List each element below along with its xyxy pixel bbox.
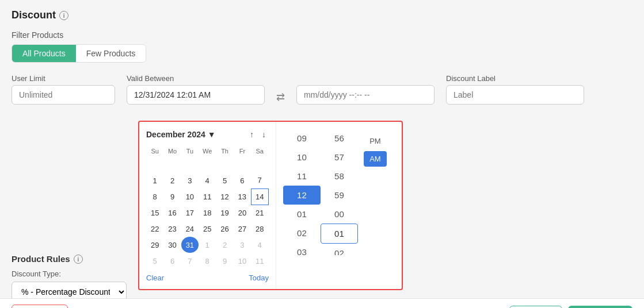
calendar-day[interactable]: 11	[199, 188, 216, 205]
calendar-day[interactable]: 6	[234, 172, 251, 188]
minute-item[interactable]: 58	[321, 167, 358, 186]
calendar-day[interactable]	[251, 156, 268, 172]
calendar-day[interactable]	[146, 156, 163, 172]
hour-item[interactable]: 12	[283, 186, 321, 205]
calendar-day[interactable]: 2	[216, 237, 233, 253]
all-products-button[interactable]: All Products	[12, 45, 76, 62]
calendar-day[interactable]: 28	[251, 221, 268, 237]
clear-button[interactable]: Clear	[146, 274, 164, 282]
product-filter-toggle: All Products Few Products	[12, 44, 146, 63]
product-rules-info-icon[interactable]: i	[74, 255, 83, 264]
calendar-day[interactable]: 9	[163, 188, 181, 205]
calendar-day[interactable]: 5	[146, 253, 163, 269]
minute-item[interactable]: 01	[321, 224, 358, 244]
calendar-day[interactable]: 24	[181, 221, 199, 237]
calendar-day[interactable]: 29	[146, 237, 163, 253]
calendar-day[interactable]: 22	[146, 221, 163, 237]
minute-item[interactable]: 59	[321, 186, 358, 205]
month-label: December 2024	[146, 130, 205, 139]
hour-item[interactable]: 09	[283, 129, 321, 148]
calendar-day[interactable]: 18	[199, 205, 216, 221]
dow-mo: Mo	[163, 146, 181, 156]
calendar-day[interactable]	[216, 156, 233, 172]
calendar-day[interactable]: 4	[251, 237, 268, 253]
hour-item[interactable]: 03	[283, 242, 321, 255]
time-picker-panel: 09101112010203 56575859000102 PMAM	[276, 122, 402, 289]
calendar-day[interactable]: 1	[146, 172, 163, 188]
cancel-button[interactable]: ⚠ Cancel	[12, 305, 68, 308]
hours-column: 09101112010203	[283, 129, 321, 255]
dow-fr: Fr	[234, 146, 251, 156]
calendar-day[interactable]: 14	[251, 188, 268, 205]
calendar-day[interactable]: 17	[181, 205, 199, 221]
minute-item[interactable]: 02	[321, 244, 358, 255]
calendar-day[interactable]: 31	[181, 237, 199, 253]
calendar-day[interactable]	[181, 156, 199, 172]
calendar-day[interactable]: 15	[146, 205, 163, 221]
pm-button[interactable]: PM	[364, 133, 387, 149]
calendar-next-button[interactable]: ↓	[259, 129, 269, 140]
calendar-popup: December 2024 ▼ ↑ ↓ Su Mo Tu We	[138, 121, 403, 290]
calendar-day[interactable]: 27	[234, 221, 251, 237]
calendar-prev-button[interactable]: ↑	[247, 129, 257, 140]
calendar-day[interactable]	[163, 156, 181, 172]
valid-end-input[interactable]	[296, 85, 435, 105]
calendar-day[interactable]: 8	[199, 253, 216, 269]
save-button[interactable]: Save ✓	[509, 306, 562, 309]
discount-label-label: Discount Label	[446, 74, 584, 83]
calendar-day[interactable]: 23	[163, 221, 181, 237]
calendar-day[interactable]: 13	[234, 188, 251, 205]
bottom-bar: ⚠ Cancel Save ✓ Save & Exit	[0, 298, 644, 308]
title-info-icon[interactable]: i	[59, 11, 68, 20]
calendar-day[interactable]: 16	[163, 205, 181, 221]
fields-row: User Limit Valid Between ⇄ Discount Labe…	[12, 74, 632, 105]
calendar-day[interactable]: 26	[216, 221, 233, 237]
minute-item[interactable]: 56	[321, 129, 358, 148]
discount-label-input[interactable]	[446, 85, 584, 105]
calendar-day[interactable]: 5	[216, 172, 233, 188]
calendar-day[interactable]: 4	[199, 172, 216, 188]
calendar-day[interactable]: 7	[251, 172, 268, 188]
calendar-grid: Su Mo Tu We Th Fr Sa 1234567891011121314…	[146, 146, 269, 269]
discount-label-group: Discount Label	[446, 74, 584, 105]
valid-start-input[interactable]	[127, 85, 265, 105]
dow-su: Su	[146, 146, 163, 156]
calendar-day[interactable]	[234, 156, 251, 172]
hour-item[interactable]: 02	[283, 224, 321, 242]
dow-sa: Sa	[251, 146, 268, 156]
hour-item[interactable]: 11	[283, 167, 321, 186]
hour-item[interactable]: 10	[283, 148, 321, 167]
hour-item[interactable]: 01	[283, 205, 321, 224]
calendar-day[interactable]: 12	[216, 188, 233, 205]
minute-item[interactable]: 00	[321, 205, 358, 224]
minutes-column: 56575859000102	[321, 129, 358, 255]
calendar-day[interactable]: 8	[146, 188, 163, 205]
calendar-day[interactable]	[199, 156, 216, 172]
calendar-day[interactable]: 6	[163, 253, 181, 269]
calendar-day[interactable]: 19	[216, 205, 233, 221]
calendar-panel: December 2024 ▼ ↑ ↓ Su Mo Tu We	[139, 122, 276, 289]
few-products-button[interactable]: Few Products	[76, 45, 146, 62]
valid-between-label: Valid Between	[127, 74, 265, 83]
calendar-day[interactable]: 7	[181, 253, 199, 269]
user-limit-input[interactable]	[12, 85, 115, 105]
calendar-day[interactable]: 20	[234, 205, 251, 221]
save-exit-button[interactable]: Save & Exit	[568, 306, 632, 309]
calendar-day[interactable]: 3	[181, 172, 199, 188]
calendar-day[interactable]: 9	[216, 253, 233, 269]
calendar-day[interactable]: 2	[163, 172, 181, 188]
calendar-day[interactable]: 10	[181, 188, 199, 205]
calendar-day[interactable]: 25	[199, 221, 216, 237]
calendar-day[interactable]: 3	[234, 237, 251, 253]
calendar-day[interactable]: 30	[163, 237, 181, 253]
valid-between-group: Valid Between	[127, 74, 265, 105]
today-button[interactable]: Today	[249, 274, 269, 282]
calendar-nav: ↑ ↓	[247, 129, 269, 140]
calendar-day[interactable]: 1	[199, 237, 216, 253]
calendar-day[interactable]: 10	[234, 253, 251, 269]
calendar-day[interactable]: 11	[251, 253, 268, 269]
am-button[interactable]: AM	[364, 151, 387, 167]
calendar-day[interactable]: 21	[251, 205, 268, 221]
ampm-column: PMAM	[358, 129, 393, 255]
minute-item[interactable]: 57	[321, 148, 358, 167]
